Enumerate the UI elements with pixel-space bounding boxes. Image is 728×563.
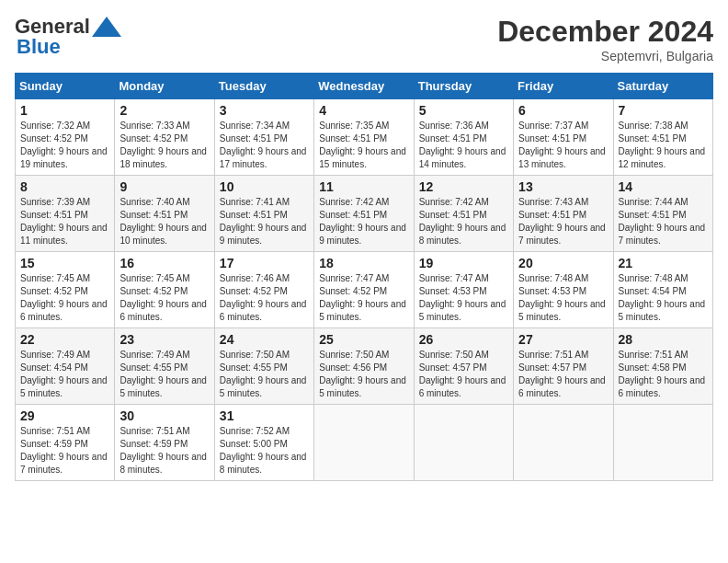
day-info: Sunrise: 7:32 AMSunset: 4:52 PMDaylight:… [20,120,109,171]
calendar-cell: 16 Sunrise: 7:45 AMSunset: 4:52 PMDaylig… [115,252,214,328]
day-number: 31 [220,408,309,423]
calendar-cell: 10 Sunrise: 7:41 AMSunset: 4:51 PMDaylig… [214,176,313,252]
day-number: 3 [220,103,309,118]
location-subtitle: Septemvri, Bulgaria [497,49,713,63]
header-sunday: Sunday [16,74,115,99]
logo-blue-text: Blue [17,35,61,58]
calendar-cell: 1 Sunrise: 7:32 AMSunset: 4:52 PMDayligh… [16,99,115,176]
day-info: Sunrise: 7:37 AMSunset: 4:51 PMDaylight:… [518,120,608,171]
month-title: December 2024 [497,15,713,49]
calendar-cell: 12 Sunrise: 7:42 AMSunset: 4:51 PMDaylig… [414,176,513,252]
day-number: 30 [119,408,209,423]
day-number: 1 [20,103,109,118]
calendar-cell: 9 Sunrise: 7:40 AMSunset: 4:51 PMDayligh… [115,176,214,252]
logo: General Blue [15,15,121,59]
calendar-cell: 24 Sunrise: 7:50 AMSunset: 4:55 PMDaylig… [214,328,313,405]
calendar-cell: 13 Sunrise: 7:43 AMSunset: 4:51 PMDaylig… [514,176,613,252]
day-number: 9 [119,179,209,194]
day-info: Sunrise: 7:36 AMSunset: 4:51 PMDaylight:… [419,120,508,171]
day-number: 22 [20,332,109,347]
header-friday: Friday [514,74,613,99]
header-thursday: Thursday [414,74,513,99]
day-info: Sunrise: 7:45 AMSunset: 4:52 PMDaylight:… [119,272,209,324]
day-number: 17 [220,256,309,270]
day-number: 6 [518,103,608,118]
calendar-cell: 26 Sunrise: 7:50 AMSunset: 4:57 PMDaylig… [414,328,513,405]
calendar-cell [613,405,712,481]
calendar-cell: 6 Sunrise: 7:37 AMSunset: 4:51 PMDayligh… [514,99,613,176]
day-number: 24 [220,332,309,347]
day-info: Sunrise: 7:49 AMSunset: 4:55 PMDaylight:… [119,349,209,400]
day-number: 26 [419,332,508,347]
week-row-3: 15 Sunrise: 7:45 AMSunset: 4:52 PMDaylig… [16,252,713,328]
day-number: 13 [518,179,608,194]
day-info: Sunrise: 7:51 AMSunset: 4:59 PMDaylight:… [20,425,109,477]
day-number: 29 [20,408,109,423]
day-number: 23 [119,332,209,347]
calendar-cell: 29 Sunrise: 7:51 AMSunset: 4:59 PMDaylig… [16,405,115,481]
day-number: 12 [419,179,508,194]
day-info: Sunrise: 7:50 AMSunset: 4:56 PMDaylight:… [319,349,408,400]
day-info: Sunrise: 7:41 AMSunset: 4:51 PMDaylight:… [220,196,309,247]
day-number: 20 [518,256,608,270]
week-row-5: 29 Sunrise: 7:51 AMSunset: 4:59 PMDaylig… [16,405,713,481]
day-info: Sunrise: 7:47 AMSunset: 4:53 PMDaylight:… [419,272,508,324]
week-row-1: 1 Sunrise: 7:32 AMSunset: 4:52 PMDayligh… [16,99,713,176]
day-number: 7 [619,103,708,118]
header-tuesday: Tuesday [214,74,313,99]
calendar-cell: 7 Sunrise: 7:38 AMSunset: 4:51 PMDayligh… [613,99,712,176]
header-monday: Monday [115,74,214,99]
calendar-cell: 2 Sunrise: 7:33 AMSunset: 4:52 PMDayligh… [115,99,214,176]
calendar-cell: 23 Sunrise: 7:49 AMSunset: 4:55 PMDaylig… [115,328,214,405]
day-number: 8 [20,179,109,194]
day-number: 5 [419,103,508,118]
day-info: Sunrise: 7:40 AMSunset: 4:51 PMDaylight:… [119,196,209,247]
calendar-cell: 11 Sunrise: 7:42 AMSunset: 4:51 PMDaylig… [314,176,414,252]
week-row-4: 22 Sunrise: 7:49 AMSunset: 4:54 PMDaylig… [16,328,713,405]
week-row-2: 8 Sunrise: 7:39 AMSunset: 4:51 PMDayligh… [16,176,713,252]
day-number: 14 [619,179,708,194]
calendar-cell: 8 Sunrise: 7:39 AMSunset: 4:51 PMDayligh… [16,176,115,252]
day-info: Sunrise: 7:33 AMSunset: 4:52 PMDaylight:… [119,120,209,171]
day-info: Sunrise: 7:47 AMSunset: 4:52 PMDaylight:… [319,272,408,324]
calendar-table: Sunday Monday Tuesday Wednesday Thursday… [15,73,713,481]
header-wednesday: Wednesday [314,74,414,99]
day-info: Sunrise: 7:50 AMSunset: 4:55 PMDaylight:… [220,349,309,400]
day-number: 2 [119,103,209,118]
day-info: Sunrise: 7:46 AMSunset: 4:52 PMDaylight:… [220,272,309,324]
calendar-cell: 3 Sunrise: 7:34 AMSunset: 4:51 PMDayligh… [214,99,313,176]
svg-marker-0 [92,17,121,37]
day-number: 15 [20,256,109,270]
day-info: Sunrise: 7:42 AMSunset: 4:51 PMDaylight:… [419,196,508,247]
calendar-cell: 19 Sunrise: 7:47 AMSunset: 4:53 PMDaylig… [414,252,513,328]
day-info: Sunrise: 7:45 AMSunset: 4:52 PMDaylight:… [20,272,109,324]
weekday-header-row: Sunday Monday Tuesday Wednesday Thursday… [16,74,713,99]
day-number: 16 [119,256,209,270]
calendar-cell [414,405,513,481]
day-info: Sunrise: 7:48 AMSunset: 4:54 PMDaylight:… [619,272,708,324]
calendar-cell: 5 Sunrise: 7:36 AMSunset: 4:51 PMDayligh… [414,99,513,176]
day-info: Sunrise: 7:42 AMSunset: 4:51 PMDaylight:… [319,196,408,247]
day-info: Sunrise: 7:34 AMSunset: 4:51 PMDaylight:… [220,120,309,171]
title-block: December 2024 Septemvri, Bulgaria [497,15,713,63]
calendar-cell: 21 Sunrise: 7:48 AMSunset: 4:54 PMDaylig… [613,252,712,328]
day-number: 19 [419,256,508,270]
day-number: 18 [319,256,408,270]
day-number: 27 [518,332,608,347]
logo-icon [92,17,121,37]
header-saturday: Saturday [613,74,712,99]
day-info: Sunrise: 7:44 AMSunset: 4:51 PMDaylight:… [619,196,708,247]
day-number: 21 [619,256,708,270]
day-info: Sunrise: 7:38 AMSunset: 4:51 PMDaylight:… [619,120,708,171]
day-number: 25 [319,332,408,347]
day-info: Sunrise: 7:52 AMSunset: 5:00 PMDaylight:… [220,425,309,477]
day-number: 4 [319,103,408,118]
day-number: 10 [220,179,309,194]
day-info: Sunrise: 7:48 AMSunset: 4:53 PMDaylight:… [518,272,608,324]
calendar-cell: 28 Sunrise: 7:51 AMSunset: 4:58 PMDaylig… [613,328,712,405]
calendar-cell: 4 Sunrise: 7:35 AMSunset: 4:51 PMDayligh… [314,99,414,176]
day-info: Sunrise: 7:51 AMSunset: 4:58 PMDaylight:… [619,349,708,400]
calendar-cell: 14 Sunrise: 7:44 AMSunset: 4:51 PMDaylig… [613,176,712,252]
calendar-cell: 25 Sunrise: 7:50 AMSunset: 4:56 PMDaylig… [314,328,414,405]
calendar-cell: 15 Sunrise: 7:45 AMSunset: 4:52 PMDaylig… [16,252,115,328]
